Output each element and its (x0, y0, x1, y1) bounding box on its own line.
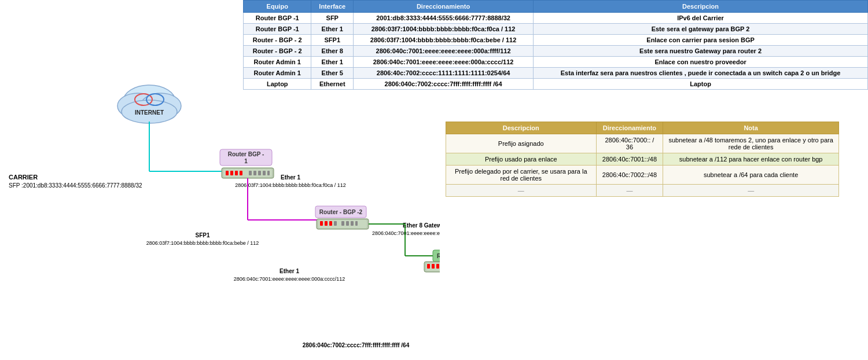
table-cell: subnetear a /64 para cada cliente (663, 166, 839, 185)
sfp1-addr: 2806:03f7:1004:bbbb:bbbb:bbbb:f0ca:bebe … (146, 240, 259, 246)
table-cell: subnetear a /112 para hacer enlace con r… (663, 153, 839, 166)
svg-rect-12 (226, 171, 229, 175)
svg-rect-30 (341, 221, 344, 226)
bgp2-ether1-label: Ether 1 (279, 268, 299, 274)
router-bgp1-box-label: Router BGP - (228, 151, 264, 157)
table-cell: — (663, 185, 839, 197)
svg-rect-17 (253, 171, 256, 175)
bgp1-ether1-label: Ether 1 (281, 174, 300, 181)
ether8-addr: 2806:040c:7001:eeee:eeee:eeee:000a:ffff/… (372, 230, 440, 236)
svg-rect-28 (329, 221, 332, 226)
svg-rect-13 (230, 171, 233, 175)
svg-rect-42 (436, 264, 439, 269)
svg-rect-32 (351, 221, 354, 226)
table-cell: Prefijo asignado (446, 134, 597, 153)
table-cell: Esta interfaz sera para nuestros cliente… (534, 68, 868, 79)
svg-rect-15 (240, 171, 242, 175)
internet-label: INTERNET (135, 109, 164, 116)
bgp1-ether1-addr: 2806:03f7:1004:bbbb:bbbb:bbbb:f0ca:f0ca … (235, 182, 346, 188)
table-cell: 2806:40c:7001::/48 (596, 153, 663, 166)
svg-rect-20 (267, 171, 270, 175)
svg-rect-41 (432, 264, 435, 269)
svg-rect-31 (346, 221, 349, 226)
table-cell: subnetear a /48 tomaremos 2, uno para en… (663, 134, 839, 153)
bgp2-ether1-addr: 2806:040c:7001:eeee:eeee:eeee:000a:cccc/… (234, 276, 345, 282)
table-cell: 2806:40c:7002::/48 (596, 166, 663, 185)
svg-rect-18 (258, 171, 261, 175)
svg-rect-27 (325, 221, 328, 226)
table-cell: Enlace con carrier para sesion BGP (534, 35, 868, 46)
svg-rect-33 (355, 221, 358, 226)
col2-descripcion: Descripcion (446, 122, 597, 134)
table-cell: Enlace con nuestro proveedor (534, 57, 868, 68)
svg-rect-14 (235, 171, 238, 175)
svg-text:1: 1 (244, 158, 248, 164)
table-cell: Laptop (534, 79, 868, 90)
table-cell: IPv6 del Carrier (534, 13, 868, 24)
table-cell: 2806:40c:7000:: / 36 (596, 134, 663, 153)
table-row: ——— (446, 185, 839, 197)
col2-nota: Nota (663, 122, 839, 134)
table-row: Prefijo delegado por el carrier, se usar… (446, 166, 839, 185)
table-cell: Este sera el gateway para BGP 2 (534, 24, 868, 35)
table-cell: — (596, 185, 663, 197)
svg-rect-29 (334, 221, 337, 226)
table-cell: — (446, 185, 597, 197)
router-admin1-box-label: Router Admin 1 (437, 253, 440, 259)
carrier-label: CARRIER (9, 174, 38, 181)
svg-rect-16 (249, 171, 252, 175)
ether8-label: Ether 8 Gateway (403, 222, 440, 229)
col-descripcion: Descripcion (534, 1, 868, 13)
table-row: Prefijo asignado2806:40c:7000:: / 36subn… (446, 134, 839, 153)
sfp1-label: SFP1 (195, 232, 209, 238)
laptop-addr-label: 2806:040c:7002:cccc:7fff:ffff:ffff:ffff … (303, 342, 410, 348)
svg-rect-26 (320, 221, 323, 226)
svg-rect-19 (263, 171, 266, 175)
table-cell: Prefijo usado para enlace (446, 153, 597, 166)
table-cell: Prefijo delegado por el carrier, se usar… (446, 166, 597, 185)
table-cell: Este sera nuestro Gateway para router 2 (534, 46, 868, 57)
prefix-table: Descripcion Direccionamiento Nota Prefij… (446, 122, 839, 197)
col2-direccionamiento: Direccionamiento (596, 122, 663, 134)
network-diagram: INTERNET CARRIER SFP :2001:db8:3333:4444… (0, 0, 440, 360)
carrier-sfp-label: SFP :2001:db8:3333:4444:5555:6666:7777:8… (9, 182, 142, 189)
router-bgp2-box-label: Router - BGP -2 (319, 209, 363, 215)
table-row: Prefijo usado para enlace2806:40c:7001::… (446, 153, 839, 166)
svg-rect-40 (427, 264, 430, 269)
